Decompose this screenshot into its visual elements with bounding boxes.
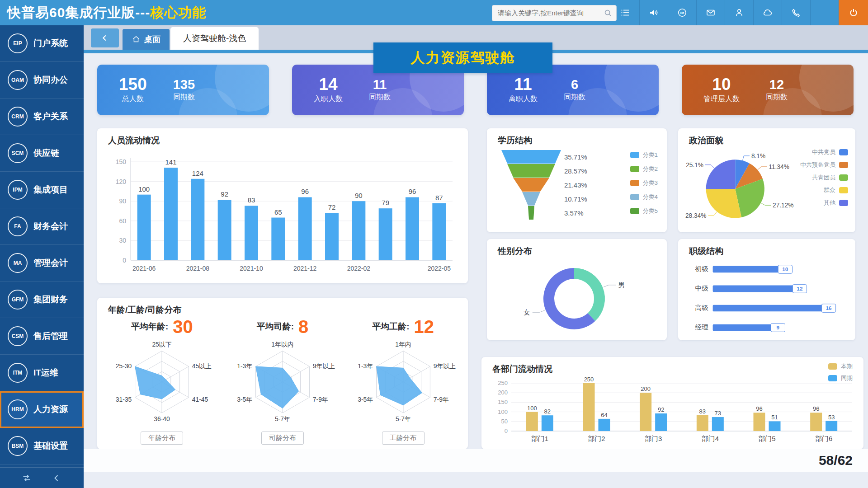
svg-text:10: 10 (782, 266, 788, 272)
back-chevron-icon (100, 33, 110, 43)
sidebar-item-eip[interactable]: EIP门户系统 (0, 25, 84, 62)
avg-company-tenure-label: 平均司龄: (257, 321, 294, 333)
collapse-chevron-icon[interactable] (52, 473, 62, 483)
sidebar-item-ipm[interactable]: IPM集成项目 (0, 172, 84, 208)
speaker-icon[interactable] (639, 0, 668, 25)
legend-item[interactable]: 共青团员 (812, 174, 848, 182)
company-tenure-distribution-button[interactable]: 司龄分布 (261, 432, 304, 445)
svg-text:2022-05: 2022-05 (428, 265, 451, 272)
legend-item[interactable]: 分类3 (630, 179, 658, 187)
education-structure-title: 学历结构 (498, 135, 532, 146)
age-distribution-button[interactable]: 年龄分布 (141, 432, 183, 445)
company-tenure-radar-chart[interactable]: 1年以内9年以上7-9年5-7年3-5年1-3年 (226, 338, 340, 431)
app-title-main: 快普易60集成行业版--- (7, 5, 150, 20)
sidebar-item-oam[interactable]: OAM协同办公 (0, 62, 84, 99)
age-radar-group: 平均年龄:30 25以下45以上41-4536-4031-3525-30 年龄分… (102, 316, 222, 445)
back-button[interactable] (91, 28, 119, 47)
search-input[interactable] (492, 5, 603, 20)
legend-item[interactable]: 本期 (828, 362, 853, 371)
svg-text:73: 73 (715, 410, 721, 417)
svg-text:部门5: 部门5 (758, 435, 775, 442)
job-level-title: 职级结构 (689, 245, 723, 257)
svg-text:72: 72 (328, 203, 336, 211)
sidebar-item-bsm[interactable]: BSM基础设置 (0, 428, 84, 465)
legend-swatch (839, 149, 848, 155)
political-status-pie-chart[interactable]: 8.1%11.34%27.12%28.34%25.1% (682, 143, 800, 233)
age-tenure-card: 年龄/工龄/司龄分布 平均年龄:30 25以下45以上41-4536-4031-… (97, 298, 468, 449)
sidebar-item-gfm[interactable]: GFM集团财务 (0, 282, 84, 318)
mail-icon[interactable] (696, 0, 725, 25)
sidebar-item-csm[interactable]: CSM售后管理 (0, 318, 84, 355)
im-messenger-icon[interactable]: IM (668, 0, 696, 25)
education-structure-card: 学历结构 35.71%28.57%21.43%10.71%3.57% 分类1 分… (487, 128, 667, 232)
gender-donut-chart[interactable]: 男女 (494, 257, 656, 339)
avg-age-label: 平均年龄: (131, 321, 168, 333)
svg-text:3.57%: 3.57% (564, 209, 584, 217)
avg-company-tenure-value: 8 (298, 317, 308, 337)
sidebar-item-itm[interactable]: ITMIT运维 (0, 355, 84, 391)
sidebar-item-ma[interactable]: MA管理会计 (0, 245, 84, 282)
svg-text:200: 200 (498, 389, 508, 396)
kpi-management[interactable]: 10管理层人数 12同期数 (682, 65, 854, 115)
kpi-total-headcount[interactable]: 150总人数 135同期数 (97, 65, 269, 115)
political-status-legend: 中共党员 中共预备党员 共青团员 群众 其他 (800, 148, 848, 207)
tab-hr-dashboard[interactable]: 人资驾驶舱-浅色 (170, 27, 259, 50)
svg-text:36-40: 36-40 (154, 415, 170, 422)
svg-text:9年以上: 9年以上 (433, 362, 455, 370)
legend-swatch (630, 194, 639, 200)
phone-icon[interactable] (782, 0, 810, 25)
oam-badge-icon: OAM (8, 70, 28, 90)
kpi-value: 150 (119, 76, 147, 94)
legend-item[interactable]: 分类1 (630, 151, 658, 159)
education-legend: 分类1 分类2 分类3 分类4 分类5 (630, 151, 658, 215)
legend-item[interactable]: 分类2 (630, 165, 658, 173)
user-icon[interactable] (725, 0, 753, 25)
sidebar-item-scm[interactable]: SCM供应链 (0, 135, 84, 172)
job-level-bar-chart[interactable]: 初级10中级12高级16经理9 (687, 257, 846, 341)
cloud-icon[interactable] (753, 0, 782, 25)
tab-desktop[interactable]: 桌面 (123, 29, 170, 50)
svg-text:79: 79 (382, 199, 389, 206)
legend-item[interactable]: 其他 (824, 199, 848, 207)
svg-text:9: 9 (777, 324, 780, 330)
bottom-scroll-strip[interactable] (84, 449, 868, 472)
legend-item[interactable]: 群众 (824, 186, 848, 194)
svg-text:250: 250 (498, 380, 508, 386)
legend-item[interactable]: 中共预备党员 (800, 161, 848, 169)
svg-text:90: 90 (119, 197, 126, 205)
svg-text:2022-02: 2022-02 (347, 265, 371, 272)
education-funnel-chart[interactable]: 35.71%28.57%21.43%10.71%3.57% (494, 147, 607, 230)
svg-text:51: 51 (771, 414, 778, 421)
personnel-flow-chart[interactable]: 0306090120150100141124928365967290799687… (108, 152, 457, 283)
svg-text:0: 0 (505, 427, 508, 434)
svg-text:12: 12 (797, 286, 803, 291)
crm-badge-icon: CRM (8, 107, 28, 127)
swap-horizontal-icon[interactable] (21, 473, 32, 483)
svg-text:25.1%: 25.1% (686, 162, 703, 169)
app-title-accent: 核心功能 (150, 5, 206, 20)
top-bar: 快普易60集成行业版---核心功能 IM (0, 0, 868, 25)
svg-text:82: 82 (544, 408, 551, 415)
work-tenure-radar-chart[interactable]: 1年内9年以上7-9年5-7年3-5年1-3年 (346, 338, 460, 431)
age-radar-chart[interactable]: 25以下45以上41-4536-4031-3525-30 (105, 338, 219, 431)
sidebar-item-crm[interactable]: CRM客户关系 (0, 99, 84, 135)
sidebar-item-hrm[interactable]: HRM人力资源 (0, 391, 84, 428)
svg-text:87: 87 (435, 194, 443, 202)
department-flow-chart[interactable]: 05010015020025010082部门125064部门220092部门38… (491, 377, 857, 450)
svg-text:200: 200 (641, 385, 651, 392)
svg-text:53: 53 (828, 414, 835, 421)
work-tenure-distribution-button[interactable]: 工龄分布 (382, 432, 425, 445)
svg-text:高级: 高级 (695, 304, 709, 311)
svg-text:92: 92 (658, 406, 664, 413)
svg-text:8.1%: 8.1% (751, 153, 765, 160)
svg-text:83: 83 (699, 408, 706, 415)
csm-badge-icon: CSM (8, 326, 28, 346)
legend-item[interactable]: 分类4 (630, 193, 658, 201)
legend-item[interactable]: 分类5 (630, 207, 658, 215)
sidebar-item-fa[interactable]: FA财务会计 (0, 208, 84, 245)
legend-item[interactable]: 中共党员 (812, 148, 848, 156)
power-icon[interactable] (839, 0, 868, 25)
legend-swatch (839, 162, 848, 168)
svg-text:11.34%: 11.34% (769, 164, 789, 170)
menu-list-icon[interactable] (611, 0, 639, 25)
